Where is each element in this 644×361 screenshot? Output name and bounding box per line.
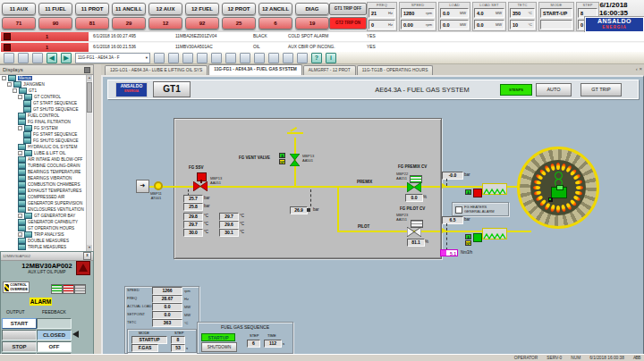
sidebar-item-compressed-air[interactable]: COMPRESSED AIR	[0, 194, 93, 200]
group-count-button[interactable]: 92	[185, 17, 219, 29]
sidebar-item-hydraulic-oil-system[interactable]: HYDRAULIC OIL SYSTEM	[0, 144, 93, 150]
sidebar-item-exhaust-temperatures[interactable]: EXHAUST TEMPERATURES	[0, 188, 93, 194]
pin-icon[interactable]	[84, 67, 90, 73]
gt1-trip-button[interactable]: GT1 TRIP OFF	[329, 3, 367, 15]
auto-button[interactable]: AUTO	[536, 83, 572, 97]
help-icon[interactable]: ?	[311, 53, 322, 63]
sidebar-item-fg-system[interactable]: -FG SYSTEM	[0, 125, 93, 131]
expand-icon[interactable]: +	[18, 151, 22, 155]
page-icon[interactable]	[182, 53, 193, 63]
heaters-alarm-checkbox[interactable]	[455, 206, 462, 214]
sidebar-item-bearings-temperature[interactable]: BEARINGS TEMPERATURE	[0, 169, 93, 175]
sidebar-item-double-measures[interactable]: DOUBLE MEASURES	[0, 238, 93, 244]
sidebar-item-fg-final-filtration[interactable]: FG FINAL FILTRATION	[0, 119, 93, 125]
group-count-button[interactable]: 19	[295, 17, 329, 29]
tools-icon[interactable]	[297, 53, 308, 63]
copy-icon[interactable]	[32, 53, 43, 63]
ssv-valve-icon[interactable]	[193, 181, 208, 191]
group-button-11-aux[interactable]: 11 AUX	[2, 3, 36, 15]
group-count-button[interactable]: 90	[38, 17, 72, 29]
sidebar-item-gt-operation-hours[interactable]: GT OPERATION HOURS	[0, 225, 93, 231]
close-icon[interactable]: x	[83, 252, 91, 260]
sequence-shutdown-button[interactable]: SHUTDOWN	[201, 342, 237, 352]
faceplate-titlebar[interactable]: 12MBV30AP002 x	[1, 252, 93, 261]
group-count-button[interactable]: 29	[112, 17, 146, 29]
new-display-icon[interactable]	[4, 53, 14, 63]
pen-icon[interactable]	[154, 53, 165, 63]
gt1-button[interactable]: GT1	[153, 81, 191, 97]
tab-4[interactable]: 11G-TG1B - OPERATING HOURS	[357, 65, 434, 75]
premix-cv-valve-icon[interactable]	[407, 182, 421, 192]
alarm-row[interactable]: 16/1/2018 16:00:27.49511MBA26EZ001ZV04BL…	[0, 32, 644, 42]
tab-1[interactable]: 12G-LO1 - AE64.3A - LUBE E LIFTING OIL S…	[105, 65, 208, 75]
gray-list-button[interactable]	[74, 284, 86, 294]
sidebar-item-generator-capability[interactable]: GENERATOR CAPABILITY	[0, 219, 93, 225]
control-override-button[interactable]: CONTROL OVERRIDE	[3, 281, 30, 293]
sidebar-item-gt-control[interactable]: -GT CONTROL	[0, 94, 93, 100]
sidebar-item-gt1[interactable]: -GT1	[0, 88, 93, 94]
expand-icon[interactable]: +	[18, 214, 22, 218]
group-button-11-prot[interactable]: 11 PROT	[75, 3, 109, 15]
group-button-11-ancill[interactable]: 11 ANCILL	[112, 3, 146, 15]
collapse-icon[interactable]: -	[2, 76, 6, 80]
scrollbar-thumb[interactable]	[87, 82, 92, 113]
sidebar-item-air-intake-and-blow-off[interactable]: AIR INTAKE AND BLOW-OFF	[0, 156, 93, 163]
sidebar-item-bearings-vibration[interactable]: BEARINGS VIBRATION	[0, 175, 93, 181]
sidebar-item-generator-supervision[interactable]: GENERATOR SUPERVISION	[0, 200, 93, 206]
sidebar-item-turbine-cooling-drain[interactable]: TURBINE COOLING-DRAIN	[0, 163, 93, 169]
sidebar-item-fg-shutd-sequence[interactable]: FG SHUTD SEQUENCE	[0, 138, 93, 144]
group-count-button[interactable]: 71	[2, 17, 36, 29]
gt-trip-button[interactable]: GT TRIP	[580, 83, 622, 97]
note-icon[interactable]	[168, 53, 179, 63]
display-combo[interactable]: 11G-FG1 - AE64.3A - F▾	[75, 53, 150, 63]
collapse-icon[interactable]: -	[13, 88, 17, 93]
tree-scrollbar[interactable]: ▲ ▼	[86, 75, 92, 251]
group-button-diag[interactable]: DIAG	[295, 3, 329, 15]
group-button-12-fuel[interactable]: 12 FUEL	[185, 3, 219, 15]
red-list-button[interactable]	[63, 284, 74, 294]
group-count-button[interactable]: 6	[258, 17, 292, 29]
vent-valve-icon[interactable]	[290, 154, 300, 166]
sidebar-item-gt-start-sequence[interactable]: GT START SEQUENCE	[0, 100, 93, 106]
gt2-trip-button[interactable]: GT2 TRIP ON	[329, 17, 367, 29]
group-count-button[interactable]: 12	[148, 17, 182, 29]
scroll-down-icon[interactable]: ▼	[87, 245, 92, 251]
forward-icon[interactable]: ▶	[61, 53, 72, 63]
expand-icon[interactable]: +	[18, 232, 22, 237]
scroll-up-icon[interactable]: ▲	[87, 75, 92, 81]
sidebar-item-gt-generator-bay[interactable]: +GT GENERATOR BAY	[0, 213, 93, 219]
group-button-12-ancill[interactable]: 12 ANCILL	[258, 3, 292, 15]
pilot-cv-valve-icon[interactable]	[407, 227, 421, 237]
report-icon[interactable]	[268, 53, 279, 63]
stop-button[interactable]: STOP	[2, 341, 37, 352]
tab-3[interactable]: ALMGRF7 - 12 PROT	[303, 65, 356, 75]
sidebar-item-menus[interactable]: -Menus	[0, 75, 93, 81]
mid-output-box[interactable]	[2, 330, 37, 340]
sidebar-item-combustion-chambers[interactable]: COMBUSTION CHAMBERS	[0, 181, 93, 188]
group-button-11-fuel[interactable]: 11 FUEL	[38, 3, 72, 15]
print-icon[interactable]	[18, 53, 29, 63]
sidebar-item-fg-start-sequence[interactable]: FG START SEQUENCE	[0, 131, 93, 138]
sidebar-item-gt-shutd-sequence[interactable]: GT SHUTD SEQUENCE	[0, 106, 93, 113]
sidebar-item-lube-lift-oil[interactable]: +LUBE & LIFT OIL	[0, 150, 93, 156]
collapse-icon[interactable]: -	[7, 82, 12, 87]
database-icon[interactable]	[225, 53, 236, 63]
database-settings-icon[interactable]	[240, 53, 250, 63]
trend-icon[interactable]	[197, 53, 208, 63]
nav-arrow-button[interactable]: ➜	[136, 180, 149, 193]
sidebar-item-triple-measures[interactable]: TRIPLE MEASURES	[0, 244, 93, 250]
sidebar-item-jiangmen[interactable]: -JIANGMEN	[0, 81, 93, 88]
about-icon[interactable]: i	[326, 53, 336, 63]
back-icon[interactable]: ◀	[47, 53, 57, 63]
sequence-startup-button[interactable]: STARTUP	[201, 333, 235, 341]
group-count-button[interactable]: 25	[222, 17, 256, 29]
group-count-button[interactable]: 81	[75, 17, 109, 29]
inlet-transmitter-icon[interactable]	[154, 181, 163, 190]
status-green-button[interactable]: STENPS	[500, 84, 532, 96]
sidebar-item-trip-analysis[interactable]: +TRIP ANALYSIS	[0, 231, 93, 238]
sidebar-item-enclosures-ventilation[interactable]: ENCLOSURES VENTILATION	[0, 206, 93, 213]
start-button[interactable]: START	[2, 318, 37, 329]
tab-2[interactable]: 11G-FG1 - AE64.3A - FUEL GAS SYSTEM	[208, 64, 302, 75]
users-icon[interactable]	[283, 53, 293, 63]
collapse-icon[interactable]: -	[18, 95, 22, 99]
